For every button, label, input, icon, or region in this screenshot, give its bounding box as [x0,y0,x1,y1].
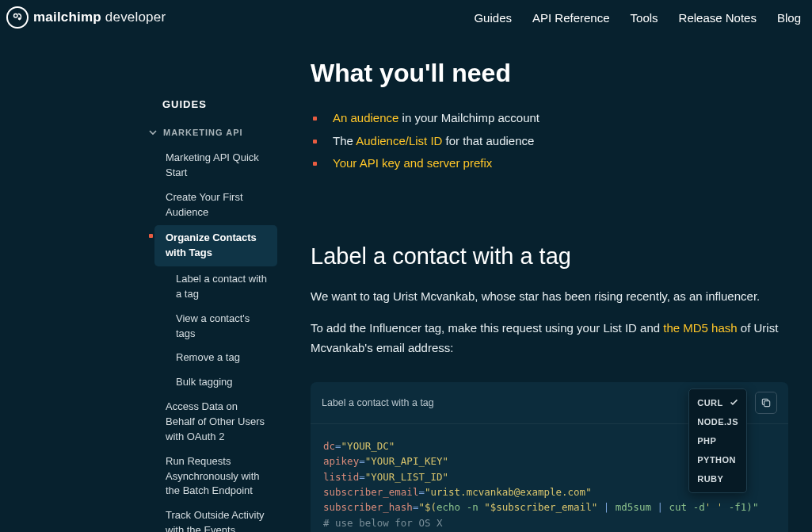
list-item: Your API key and server prefix [311,152,788,175]
sidebar-item[interactable]: Create Your First Audience [162,186,277,224]
sidebar-item[interactable]: Marketing API Quick Start [162,147,277,185]
list-item: The Audience/List ID for that audience [311,130,788,153]
nav-guides[interactable]: Guides [474,11,512,25]
page-heading: What you'll need [311,59,788,88]
logo[interactable]: mailchimp developer [6,6,166,29]
nav-release-notes[interactable]: Release Notes [679,11,757,25]
sidebar-item[interactable]: Track Outside Activity with the Events E… [162,504,277,532]
code-block: Label a contact with a tag CURL NODE.JS … [311,382,788,532]
lang-option-ruby[interactable]: RUBY [689,469,746,488]
svg-rect-2 [764,400,770,406]
sidebar-subitem[interactable]: Bulk tagging [162,371,277,394]
sidebar-cat-marketing[interactable]: MARKETING API [149,128,277,137]
link[interactable]: Audience/List ID [356,134,442,147]
paragraph: We want to tag Urist Mcvankab, whose sta… [311,287,788,307]
code-title: Label a contact with a tag [322,397,434,408]
link[interactable]: An audience [333,111,398,124]
nav-api-reference[interactable]: API Reference [532,11,610,25]
copy-icon [761,397,772,408]
chevron-down-icon [149,128,157,136]
list-item: An audience in your Mailchimp account [311,107,788,130]
requirements-list: An audience in your Mailchimp account Th… [311,107,788,175]
logo-mark-icon [6,6,29,29]
check-icon [730,398,738,407]
link[interactable]: the MD5 hash [663,321,737,335]
lang-option-php[interactable]: PHP [689,431,746,450]
sidebar-subitem[interactable]: View a contact's tags [162,308,277,346]
sidebar-item[interactable]: Run Requests Asynchronously with the Bat… [162,450,277,503]
sidebar-title: GUIDES [162,98,277,110]
svg-point-1 [19,18,21,20]
lang-option-python[interactable]: PYTHON [689,450,746,469]
lang-option-nodejs[interactable]: NODE.JS [689,412,746,431]
lang-option-curl[interactable]: CURL [689,393,746,412]
sidebar-item-current[interactable]: Organize Contacts with Tags [154,225,277,266]
main-content: What you'll need An audience in your Mai… [285,35,812,532]
nav-blog[interactable]: Blog [777,11,801,25]
link[interactable]: Your API key and server prefix [333,156,492,170]
svg-point-0 [14,14,18,18]
language-menu: CURL NODE.JS PHP PYTHON RUBY [688,388,747,493]
copy-button[interactable] [755,392,777,414]
paragraph: To add the Influencer tag, make this req… [311,319,788,358]
nav-tools[interactable]: Tools [631,11,658,25]
sidebar-subitem[interactable]: Label a contact with a tag [162,268,277,306]
sidebar-subitem[interactable]: Remove a tag [162,346,277,369]
top-nav: Guides API Reference Tools Release Notes… [474,11,801,25]
section-heading: Label a contact with a tag [311,243,788,270]
sidebar-item[interactable]: Access Data on Behalf of Other Users wit… [162,396,277,449]
logo-text: mailchimp developer [33,10,166,25]
sidebar: GUIDES MARKETING API Marketing API Quick… [0,35,285,532]
